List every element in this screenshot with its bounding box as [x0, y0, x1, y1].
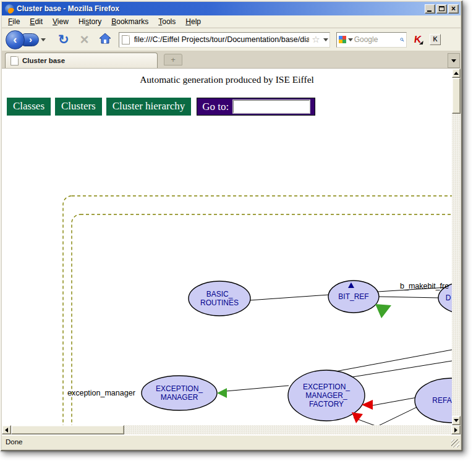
minimize-icon: [427, 11, 431, 12]
arrow-left-icon: [5, 428, 8, 433]
menu-history[interactable]: History: [74, 16, 106, 27]
tab-bar: Cluster base +: [2, 51, 461, 69]
new-tab-button[interactable]: +: [164, 54, 182, 66]
list-tabs-button[interactable]: [448, 53, 460, 68]
btn-classes[interactable]: Classes: [7, 98, 51, 116]
horizontal-scrollbar[interactable]: [2, 425, 461, 434]
arrowhead-green-0: [375, 304, 391, 318]
menu-bookmarks[interactable]: Bookmarks: [106, 16, 153, 27]
menu-file[interactable]: File: [3, 16, 25, 27]
history-dropdown-icon[interactable]: [41, 38, 46, 41]
scroll-left-button[interactable]: [2, 425, 11, 434]
search-input[interactable]: [353, 35, 400, 44]
address-bar: ☆: [119, 32, 330, 48]
scroll-right-button[interactable]: [451, 425, 461, 434]
keyboard-k-button[interactable]: K: [430, 34, 441, 45]
edge-0: [249, 295, 329, 300]
engine-dropdown-icon[interactable]: [348, 38, 353, 41]
edge-4: [336, 350, 452, 371]
edge-5: [349, 361, 452, 378]
goto-label: Go to:: [202, 101, 229, 113]
edge-3: [226, 386, 289, 391]
page-content: BASIC_ROUTINESBIT_REFDEXCEPTION_MANAGERE…: [2, 69, 452, 425]
arrowhead-red-3: [352, 412, 363, 423]
url-input[interactable]: [133, 35, 311, 44]
btn-clusters[interactable]: Clusters: [55, 98, 102, 116]
home-icon: [99, 33, 111, 44]
reload-button[interactable]: ↻: [58, 33, 69, 46]
horizontal-scroll-thumb[interactable]: [11, 425, 124, 434]
home-button[interactable]: [99, 33, 111, 46]
vertical-scroll-thumb[interactable]: [452, 78, 461, 114]
edge-8: [377, 407, 418, 425]
btn-cluster-hierarchy[interactable]: Cluster hierarchy: [106, 98, 192, 116]
arrowhead-green-1: [217, 388, 227, 398]
resize-grip[interactable]: [451, 439, 459, 447]
navigation-toolbar: ‹ › ↻ × ☆ K K: [2, 28, 461, 51]
edge-2: [378, 297, 440, 298]
bookmark-star-icon[interactable]: ☆: [312, 34, 320, 45]
scroll-down-button[interactable]: [452, 416, 461, 425]
url-dropdown-icon[interactable]: [323, 38, 328, 41]
back-button[interactable]: ‹: [6, 30, 25, 49]
kaspersky-icon[interactable]: K: [413, 34, 422, 45]
vertical-scrollbar[interactable]: [452, 69, 461, 425]
google-engine-icon[interactable]: [339, 36, 346, 43]
browser-window: Cluster base - Mozilla Firefox × FileEdi…: [0, 0, 462, 451]
status-bar: Done: [2, 434, 461, 449]
close-button[interactable]: ×: [448, 4, 459, 14]
goto-box: Go to:: [197, 98, 315, 116]
title-bar: Cluster base - Mozilla Firefox ×: [2, 2, 461, 15]
forward-button[interactable]: ›: [22, 33, 39, 46]
menu-tools[interactable]: Tools: [153, 16, 181, 27]
minimize-button[interactable]: [425, 4, 435, 14]
status-text: Done: [6, 438, 23, 446]
diagram-label-1: exception_manager: [67, 389, 135, 397]
menu-view[interactable]: View: [48, 16, 74, 27]
page-title: Automatic generation produced by ISE Eif…: [2, 74, 452, 85]
tab-cluster-base[interactable]: Cluster base: [5, 53, 158, 68]
scroll-up-button[interactable]: [452, 69, 461, 78]
maximize-button[interactable]: [436, 4, 447, 14]
diagram-svg: BASIC_ROUTINESBIT_REFDEXCEPTION_MANAGERE…: [2, 69, 452, 425]
arrow-up-icon: [454, 72, 459, 75]
firefox-icon: [5, 4, 14, 14]
arrow-right-icon: [454, 428, 457, 433]
node-label-refactoring-partial: REFA: [432, 396, 451, 405]
node-label-bit-ref: BIT_REF: [338, 292, 368, 301]
chevron-down-icon: [451, 59, 456, 62]
page-icon: [122, 35, 130, 44]
menu-bar: FileEditViewHistoryBookmarksToolsHelp: [2, 15, 461, 28]
maximize-icon: [439, 6, 444, 11]
search-icon[interactable]: [400, 35, 404, 44]
window-title: Cluster base - Mozilla Firefox: [17, 4, 425, 13]
diagram-label-0: b_makebit_fre: [400, 282, 449, 290]
search-bar: [336, 32, 407, 48]
stop-button[interactable]: ×: [80, 33, 89, 46]
arrow-down-icon: [454, 419, 459, 422]
menu-edit[interactable]: Edit: [25, 16, 48, 27]
node-label-exception-manager: EXCEPTION_MANAGER: [156, 384, 203, 402]
goto-input[interactable]: [233, 100, 310, 113]
node-label-d-partial: D: [446, 294, 451, 302]
page-buttons: ClassesClustersCluster hierarchy Go to:: [7, 98, 315, 116]
tab-label: Cluster base: [22, 57, 65, 64]
node-label-exception-manager-factory: EXCEPTION_MANAGER_FACTORY: [303, 383, 350, 408]
tab-page-icon: [11, 56, 19, 66]
menu-help[interactable]: Help: [181, 16, 206, 27]
